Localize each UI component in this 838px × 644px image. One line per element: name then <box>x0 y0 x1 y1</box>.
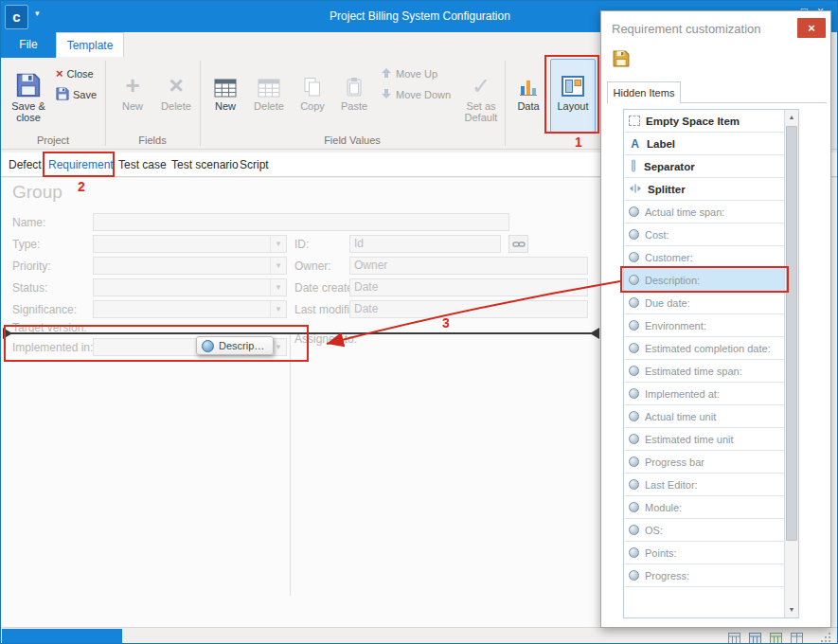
hidden-items-list: Empty Space Item ALabel Separator Splitt… <box>623 109 799 618</box>
set-as-default-button[interactable]: ✓ Set asDefault <box>458 60 504 132</box>
save-close-label-1: Save & <box>11 100 45 112</box>
plus-icon: + <box>125 73 139 98</box>
dialog-close-button[interactable]: × <box>797 18 826 38</box>
tab-test-case[interactable]: Test case <box>118 152 167 177</box>
scroll-down-icon[interactable]: ▼ <box>785 602 798 617</box>
hidden-list-item[interactable]: Estimated time span: <box>624 360 784 383</box>
scroll-up-icon[interactable]: ▲ <box>785 110 798 125</box>
scrollbar-thumb[interactable] <box>786 126 797 541</box>
close-icon: × <box>808 21 815 35</box>
field-circle-icon <box>629 366 639 376</box>
tab-defect[interactable]: Defect <box>9 152 42 177</box>
dialog-title: Requirement customization <box>612 22 761 36</box>
tab-requirement[interactable]: Requirement <box>48 152 114 177</box>
drag-ghost-description[interactable]: Descrip… <box>196 336 274 355</box>
hidden-list-item[interactable]: ALabel <box>624 133 784 155</box>
chevron-down-icon[interactable]: ▾ <box>270 301 286 317</box>
hidden-list-item[interactable]: Empty Space Item <box>624 110 784 133</box>
hidden-list-item[interactable]: Module: <box>624 496 784 519</box>
values-delete-label: Delete <box>247 98 291 112</box>
field-circle-icon <box>629 388 639 399</box>
grid-panel-icon[interactable] <box>791 631 803 644</box>
table-new-icon <box>204 60 247 98</box>
values-new-button[interactable]: New <box>204 60 247 132</box>
link-button[interactable] <box>508 235 528 253</box>
owner-field[interactable]: Owner <box>349 257 588 275</box>
save-button[interactable]: Save <box>53 85 101 103</box>
hidden-list-item[interactable]: Actual time unit <box>624 405 784 428</box>
close-button[interactable]: × Close <box>53 64 101 82</box>
priority-dropdown[interactable]: ▾ <box>93 257 287 275</box>
close-label: Close <box>67 68 94 80</box>
save-icon <box>56 87 69 102</box>
move-up-button[interactable]: Move Up <box>378 64 456 82</box>
empty-space-icon <box>629 116 640 126</box>
paste-label: Paste <box>332 98 376 112</box>
values-delete-button[interactable]: Delete <box>247 60 291 132</box>
layout-icon <box>551 60 595 98</box>
tab-test-scenario[interactable]: Test scenario <box>171 152 239 177</box>
tab-file[interactable]: File <box>1 32 56 58</box>
date-created-field[interactable]: Date <box>349 278 588 296</box>
hidden-list-item[interactable]: Actual time span: <box>624 201 784 224</box>
hidden-list-item[interactable]: Due date: <box>624 292 784 314</box>
tab-template[interactable]: Template <box>56 32 124 57</box>
id-field[interactable]: Id <box>349 235 501 253</box>
list-scrollbar[interactable]: ▲ ▼ <box>784 110 798 617</box>
grid-panel-icon[interactable] <box>770 631 782 644</box>
hidden-item-label: Empty Space Item <box>646 116 740 127</box>
group-separator <box>505 61 506 146</box>
hidden-item-label: Cost: <box>645 229 669 241</box>
fields-delete-button[interactable]: × Delete <box>154 60 198 132</box>
grid-panel-icon[interactable] <box>749 631 761 644</box>
hidden-list-item[interactable]: Points: <box>624 542 784 564</box>
last-modified-field[interactable]: Date <box>349 300 588 318</box>
hidden-list-item[interactable]: Estimated completion date: <box>624 337 784 360</box>
chevron-down-icon[interactable]: ▾ <box>270 258 286 274</box>
field-circle-icon <box>629 456 639 467</box>
hidden-list-item[interactable]: Splitter <box>624 178 784 201</box>
field-circle-icon <box>629 229 639 240</box>
hidden-list-item[interactable]: Last Editor: <box>624 474 784 496</box>
implemented-in-label: Implemented in: <box>12 341 93 354</box>
paste-button[interactable]: Paste <box>332 60 376 132</box>
move-down-button[interactable]: Move Down <box>378 85 460 103</box>
hidden-list-item[interactable]: Progress bar <box>624 451 784 474</box>
grid-panel-icon[interactable] <box>728 631 740 644</box>
tab-hidden-items[interactable]: Hidden Items <box>607 81 681 103</box>
data-button[interactable]: Data <box>508 60 548 132</box>
fields-new-button[interactable]: + New <box>111 60 154 132</box>
hidden-list-item[interactable]: OS: <box>624 519 784 542</box>
hidden-list-item[interactable]: Cost: <box>624 224 784 246</box>
significance-dropdown[interactable]: ▾ <box>93 300 287 318</box>
status-dropdown[interactable]: ▾ <box>93 278 287 296</box>
save-close-label-2: close <box>16 112 41 123</box>
hidden-list-item-description[interactable]: Description: <box>624 269 784 292</box>
dialog-save-button[interactable] <box>610 49 633 72</box>
set-default-label-2: Default <box>465 112 498 123</box>
hidden-list-item[interactable]: Customer: <box>624 246 784 269</box>
field-circle-icon <box>202 340 214 352</box>
field-circle-icon <box>629 525 639 535</box>
move-up-label: Move Up <box>396 68 437 80</box>
tab-script[interactable]: Script <box>240 152 269 177</box>
fields-delete-label: Delete <box>154 98 198 112</box>
copy-icon <box>291 60 334 98</box>
hidden-list-item[interactable]: Progress: <box>624 564 784 587</box>
hidden-list-item[interactable]: Environment: <box>624 314 784 337</box>
copy-button[interactable]: Copy <box>291 60 334 132</box>
save-and-close-button[interactable]: Save &close <box>6 60 51 132</box>
type-dropdown[interactable]: ▾ <box>93 235 287 253</box>
hidden-list-item[interactable]: Separator <box>624 155 784 178</box>
hidden-list-item[interactable]: Implemented at: <box>624 383 784 405</box>
layout-button[interactable]: Layout <box>550 59 596 133</box>
chevron-down-icon[interactable]: ▾ <box>270 279 286 295</box>
hidden-item-label: Estimated completion date: <box>645 343 771 354</box>
data-label: Data <box>508 98 548 112</box>
hidden-item-label: Actual time span: <box>645 206 724 218</box>
resize-grip[interactable] <box>821 631 832 644</box>
chevron-down-icon[interactable]: ▾ <box>270 236 286 252</box>
name-field[interactable] <box>93 213 509 231</box>
hidden-list-item[interactable]: Estimated time unit <box>624 428 784 451</box>
group-caption-project: Project <box>1 134 105 146</box>
